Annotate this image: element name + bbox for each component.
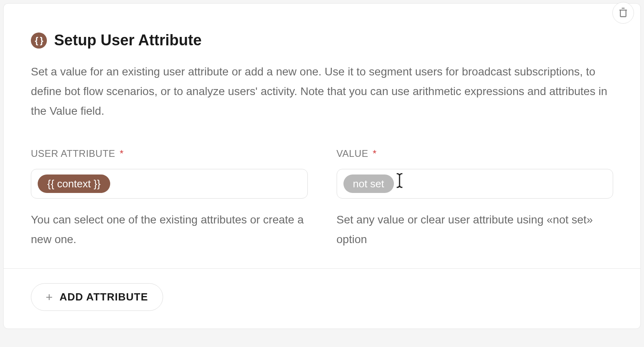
setup-user-attribute-card: { } Setup User Attribute Set a value for…: [3, 3, 641, 329]
value-field: VALUE * not set Set any value or clear u…: [337, 148, 614, 249]
card-title: Setup User Attribute: [54, 32, 202, 49]
card-footer: + ADD ATTRIBUTE: [4, 269, 640, 329]
card-description: Set a value for an existing user attribu…: [4, 49, 640, 121]
value-helper: Set any value or clear user attribute us…: [337, 210, 614, 249]
value-input[interactable]: not set: [337, 169, 614, 199]
required-marker: *: [120, 148, 124, 159]
delete-button[interactable]: [612, 2, 634, 24]
value-label: VALUE *: [337, 148, 614, 159]
required-marker: *: [373, 148, 377, 159]
user-attribute-label-text: USER ATTRIBUTE: [31, 148, 115, 159]
trash-icon: [618, 7, 629, 19]
card-header: { } Setup User Attribute: [4, 4, 640, 49]
braces-icon-glyph: { }: [35, 35, 43, 46]
braces-icon: { }: [31, 32, 47, 49]
not-set-chip[interactable]: not set: [343, 175, 394, 193]
user-attribute-input[interactable]: {{ context }}: [31, 169, 308, 199]
attribute-chip[interactable]: {{ context }}: [38, 175, 110, 193]
add-attribute-button[interactable]: + ADD ATTRIBUTE: [31, 283, 163, 311]
add-attribute-label: ADD ATTRIBUTE: [60, 291, 148, 303]
plus-icon: +: [46, 291, 53, 303]
text-cursor-icon: [395, 172, 404, 190]
user-attribute-field: USER ATTRIBUTE * {{ context }} You can s…: [31, 148, 308, 249]
value-label-text: VALUE: [337, 148, 368, 159]
fields-row: USER ATTRIBUTE * {{ context }} You can s…: [4, 121, 640, 249]
user-attribute-label: USER ATTRIBUTE *: [31, 148, 308, 159]
user-attribute-helper: You can select one of the existing attri…: [31, 210, 308, 249]
